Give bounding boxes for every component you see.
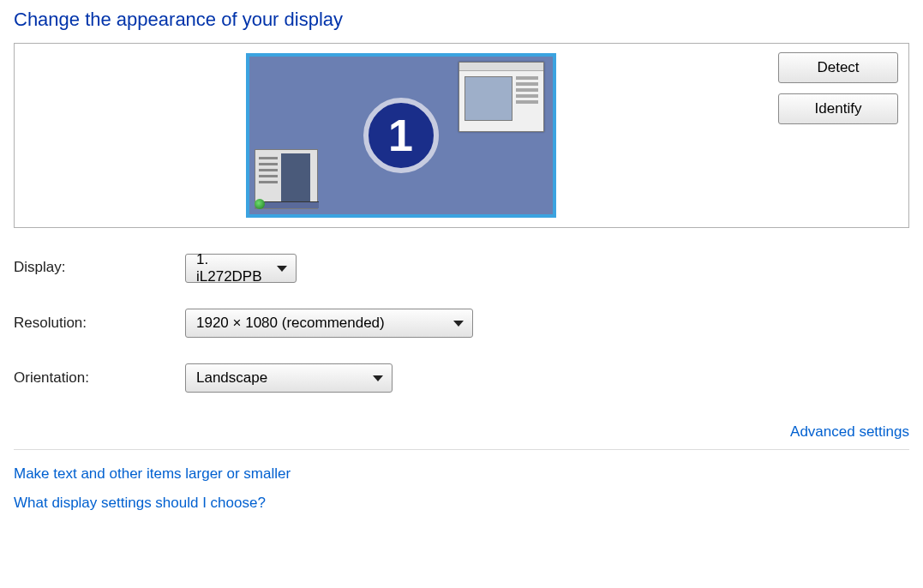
monitor-preview-area: 1: [23, 52, 778, 219]
orientation-select-value: Landscape: [196, 369, 267, 387]
chevron-down-icon: [277, 266, 287, 272]
advanced-settings-link[interactable]: Advanced settings: [790, 423, 909, 440]
resolution-select[interactable]: 1920 × 1080 (recommended): [185, 309, 473, 338]
monitor-number-badge: 1: [363, 98, 439, 173]
detect-button[interactable]: Detect: [778, 52, 898, 83]
wallpaper-window-icon: [459, 62, 544, 132]
display-select[interactable]: 1. iL272DPB: [185, 254, 297, 283]
monitor-thumbnail[interactable]: 1: [246, 53, 556, 218]
divider: [14, 449, 909, 450]
resolution-label: Resolution:: [14, 315, 185, 332]
display-preview-panel: 1 Detect Identify: [14, 43, 909, 228]
page-title: Change the appearance of your display: [14, 9, 909, 31]
help-link[interactable]: What display settings should I choose?: [14, 495, 909, 512]
text-size-link[interactable]: Make text and other items larger or smal…: [14, 465, 909, 483]
wallpaper-startmenu-icon: [255, 149, 318, 209]
orientation-label: Orientation:: [14, 369, 185, 387]
chevron-down-icon: [373, 375, 383, 381]
orientation-select[interactable]: Landscape: [185, 363, 393, 393]
display-label: Display:: [14, 259, 185, 276]
chevron-down-icon: [453, 321, 464, 327]
identify-button[interactable]: Identify: [778, 93, 898, 124]
display-select-value: 1. iL272DPB: [196, 251, 265, 285]
resolution-select-value: 1920 × 1080 (recommended): [196, 315, 385, 332]
